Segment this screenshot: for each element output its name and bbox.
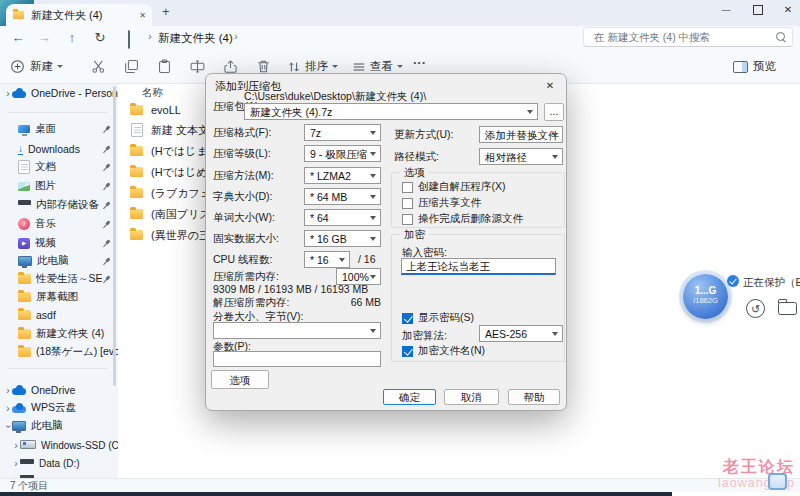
sidebar-item-folder[interactable]: asdf [0,306,118,324]
dictionary-combo[interactable]: * 64 MB [304,188,381,205]
paste-button[interactable] [157,59,172,74]
split-volume-combo[interactable] [213,322,381,339]
sidebar-item-this-pc-tree[interactable]: 此电脑 [0,417,118,435]
share-icon [223,59,238,74]
chevron-down-icon [332,65,338,68]
sidebar-item-pictures[interactable]: 图片 [0,177,118,195]
close-button[interactable] [776,1,800,19]
cancel-button[interactable]: 取消 [444,389,499,405]
search-input[interactable]: 在 新建文件夹 (4) 中搜索 [583,27,793,47]
path-mode-combo[interactable]: 相对路径 [479,148,563,165]
pin-icon [100,255,113,268]
solid-block-label: 固实数据大小: [213,232,279,246]
sidebar-item-folder[interactable]: 新建文件夹 (4) [0,325,118,343]
sidebar-item-downloads[interactable]: Downloads [0,140,118,158]
copy-button[interactable] [124,59,139,74]
options-button[interactable]: 选项 [211,370,269,389]
sidebar-item-folder[interactable]: (18禁ゲーム) [evoLL] [0,343,118,361]
back-button[interactable] [8,26,28,50]
sidebar-scrollbar[interactable] [113,86,116,386]
dropdown-arrow-icon [339,258,345,262]
add-to-archive-dialog: 添加到压缩包 压缩包(A): C:\Users\duke\Desktop\新建文… [205,73,567,411]
sidebar-item-internal-storage[interactable]: 内部存储设备 [0,196,118,214]
preview-icon [733,61,748,73]
sidebar-item-documents[interactable]: 文档 [0,158,118,176]
breadcrumb[interactable]: 新建文件夹 (4) [158,26,233,50]
dictionary-label: 字典大小(D): [213,190,273,204]
sidebar-item-videos[interactable]: 视频 [0,234,118,252]
ok-button[interactable]: 确定 [383,389,436,405]
method-combo[interactable]: * LZMA2 [304,167,381,184]
folder-shortcut-icon[interactable] [778,302,797,315]
dialog-close-button[interactable] [542,78,558,94]
this-pc-icon [128,30,130,49]
dropdown-arrow-icon [552,133,558,137]
new-button[interactable]: 新建 [10,58,63,75]
password-input[interactable]: 上老王论坛当老王 [401,258,556,275]
sidebar-item-onedrive-personal[interactable]: OneDrive - Personal [0,84,118,102]
encryption-method-label: 加密算法: [402,329,447,343]
sidebar-item-this-pc[interactable]: 此电脑 [0,252,118,270]
pin-icon [100,123,113,136]
word-size-combo[interactable]: * 64 [304,209,381,226]
sort-icon [287,60,301,74]
preview-toggle[interactable]: 预览 [733,58,776,75]
checkbox-icon [402,182,413,193]
delete-after-checkbox[interactable]: 操作完成后删除源文件 [402,212,523,226]
sidebar-item-folder[interactable]: 屏幕截图 [0,288,118,306]
rename-button[interactable] [190,59,205,74]
update-mode-combo[interactable]: 添加并替换文件 [479,126,563,143]
forward-icon [38,26,51,50]
protection-status: 正在保护（E）盘 [743,276,800,290]
sidebar-item-folder[interactable]: 性爱生活～SEX LIF [0,270,118,288]
level-combo[interactable]: 9 - 极限压缩 [304,145,381,162]
show-password-checkbox[interactable]: 显示密码(S) [402,311,474,325]
cpu-threads-combo[interactable]: * 16 [304,251,350,268]
sfx-checkbox[interactable]: 创建自解压程序(X) [402,180,506,194]
forward-button[interactable] [34,26,54,50]
new-tab-button[interactable] [162,4,170,19]
more-icon [413,55,426,70]
solid-block-combo[interactable]: * 16 GB [304,230,381,247]
parameters-input[interactable] [213,351,381,367]
encryption-method-combo[interactable]: AES-256 [479,325,563,342]
help-button[interactable]: 帮助 [508,389,560,405]
sidebar-item-drive-c[interactable]: Windows-SSD (C:) [0,436,118,454]
refresh-button[interactable] [90,26,110,50]
folder-icon [130,167,143,177]
status-bar: 7 个项目 [0,478,800,492]
archive-name-combo[interactable]: 新建文件夹 (4).7z [244,103,538,120]
document-icon [18,160,30,174]
cut-button[interactable] [91,59,106,74]
chevron-icon [4,88,12,99]
explorer-tab[interactable]: 新建文件夹 (4) [6,4,152,26]
sidebar-item-onedrive[interactable]: OneDrive [0,381,118,399]
maximize-button[interactable] [746,1,770,19]
column-header-name[interactable]: 名称 [142,86,163,100]
pin-icon [100,218,113,231]
encrypt-names-checkbox[interactable]: 加密文件名(N) [402,344,485,358]
shared-files-checkbox[interactable]: 压缩共享文件 [402,196,481,210]
video-icon [18,238,30,249]
format-combo[interactable]: 7z [304,124,381,141]
back-icon [12,26,25,50]
more-button[interactable] [413,55,426,70]
sidebar-divider [8,112,108,113]
disk-space-bubble[interactable]: 1...G /1862G [683,274,728,319]
sidebar-item-music[interactable]: 音乐 [0,215,118,233]
sidebar-item-drive-partial[interactable] [0,470,118,478]
share-button[interactable] [223,59,238,74]
checkbox-checked-icon [402,313,413,324]
browse-button[interactable]: ... [544,103,564,121]
up-button[interactable] [62,26,82,50]
sidebar-divider [8,368,108,369]
tab-close-icon[interactable] [139,11,146,20]
minimize-button[interactable] [714,1,738,19]
chevron-icon [4,385,12,396]
delete-button[interactable] [256,59,271,74]
archive-path: C:\Users\duke\Desktop\新建文件夹 (4)\ [244,90,426,104]
sidebar-item-desktop[interactable]: 桌面 [0,120,118,138]
sidebar-item-wps-cloud[interactable]: WPS云盘 [0,399,118,417]
history-icon[interactable] [746,299,765,318]
decompress-memory-value: 66 MB [336,296,381,308]
